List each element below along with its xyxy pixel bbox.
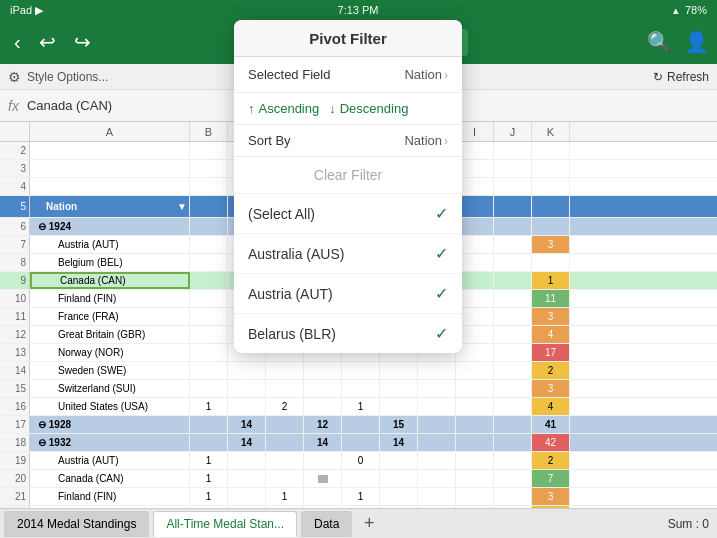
nation-cell[interactable]: Switzerland (SUI) [30, 380, 190, 397]
cell[interactable] [190, 236, 228, 253]
cell[interactable] [418, 452, 456, 469]
cell[interactable] [30, 178, 190, 195]
cell[interactable] [190, 362, 228, 379]
nation-cell[interactable]: Austria (AUT) [30, 452, 190, 469]
cell[interactable] [190, 218, 228, 235]
cell[interactable] [494, 380, 532, 397]
cell[interactable]: 17 [532, 344, 570, 361]
cell[interactable] [418, 434, 456, 451]
cell[interactable] [190, 290, 228, 307]
cell[interactable] [494, 470, 532, 487]
cell[interactable]: 1 [190, 470, 228, 487]
ascending-button[interactable]: ↑ Ascending [248, 101, 319, 116]
cell[interactable] [456, 416, 494, 433]
refresh-button[interactable]: ↻ Refresh [653, 70, 709, 84]
cell[interactable]: 0 [342, 452, 380, 469]
cell[interactable]: 7 [532, 470, 570, 487]
nation-cell[interactable]: France (FRA) [30, 308, 190, 325]
cell[interactable] [532, 196, 570, 217]
cell[interactable] [494, 290, 532, 307]
cell[interactable]: 3 [532, 236, 570, 253]
cell[interactable] [456, 380, 494, 397]
sheet-tab-data[interactable]: Data [301, 511, 352, 537]
cell[interactable] [380, 470, 418, 487]
cell[interactable] [266, 470, 304, 487]
cell[interactable] [532, 142, 570, 159]
cell[interactable] [190, 160, 228, 177]
cell[interactable]: 42 [532, 434, 570, 451]
cell[interactable] [190, 380, 228, 397]
cell[interactable]: 15 [380, 416, 418, 433]
cell[interactable] [266, 380, 304, 397]
cell[interactable]: 41 [532, 416, 570, 433]
cell[interactable]: 1 [266, 488, 304, 505]
cell[interactable]: 3 [532, 380, 570, 397]
cell[interactable] [342, 362, 380, 379]
cell[interactable]: 4 [532, 326, 570, 343]
cell[interactable] [190, 254, 228, 271]
cell[interactable] [228, 398, 266, 415]
cell[interactable] [494, 178, 532, 195]
nation-cell[interactable]: Norway (NOR) [30, 344, 190, 361]
cell[interactable] [494, 362, 532, 379]
style-options-label[interactable]: Style Options... [27, 70, 108, 84]
cell[interactable] [494, 452, 532, 469]
cell[interactable] [418, 470, 456, 487]
cell[interactable]: 14 [228, 434, 266, 451]
cell[interactable] [380, 488, 418, 505]
cell[interactable] [228, 470, 266, 487]
cell[interactable] [494, 254, 532, 271]
cell[interactable] [304, 398, 342, 415]
cell[interactable] [190, 308, 228, 325]
cell[interactable] [304, 452, 342, 469]
filter-item-select-all[interactable]: (Select All) ✓ [234, 194, 462, 234]
cell[interactable] [380, 362, 418, 379]
cell[interactable] [418, 398, 456, 415]
cell[interactable] [418, 416, 456, 433]
cell[interactable]: 1 [532, 272, 570, 289]
nation-cell[interactable]: Sweden (SWE) [30, 362, 190, 379]
cell[interactable] [418, 362, 456, 379]
selected-field-row[interactable]: Selected Field Nation › [234, 57, 462, 93]
cell[interactable] [456, 488, 494, 505]
cell[interactable] [266, 416, 304, 433]
filter-item-austria[interactable]: Austria (AUT) ✓ [234, 274, 462, 314]
cell[interactable] [456, 362, 494, 379]
cell[interactable] [494, 488, 532, 505]
cell[interactable]: 11 [532, 290, 570, 307]
nation-cell[interactable]: Canada (CAN) [30, 470, 190, 487]
cell[interactable]: 14 [304, 434, 342, 451]
cell[interactable] [494, 434, 532, 451]
cell[interactable] [342, 380, 380, 397]
clear-filter-button[interactable]: Clear Filter [234, 157, 462, 194]
cell[interactable] [532, 160, 570, 177]
cell[interactable] [190, 272, 228, 289]
cell[interactable] [532, 178, 570, 195]
cell[interactable]: 1 [190, 452, 228, 469]
cell[interactable] [228, 452, 266, 469]
cell[interactable] [494, 218, 532, 235]
cell[interactable] [494, 196, 532, 217]
cell[interactable] [190, 178, 228, 195]
cell[interactable] [266, 434, 304, 451]
sort-by-row[interactable]: Sort By Nation › [234, 125, 462, 157]
cell[interactable]: 1 [342, 488, 380, 505]
cell[interactable] [456, 434, 494, 451]
cell[interactable] [418, 380, 456, 397]
cell[interactable] [456, 398, 494, 415]
nation-cell[interactable]: Great Britain (GBR) [30, 326, 190, 343]
cell[interactable] [494, 272, 532, 289]
filter-item-australia[interactable]: Australia (AUS) ✓ [234, 234, 462, 274]
cell[interactable] [342, 434, 380, 451]
cell[interactable] [532, 218, 570, 235]
cell[interactable] [380, 380, 418, 397]
cell[interactable]: 2 [532, 452, 570, 469]
cell[interactable] [342, 470, 380, 487]
cell[interactable]: 1 [190, 398, 228, 415]
cell[interactable]: 14 [380, 434, 418, 451]
nation-header-cell[interactable]: Nation ▼ [30, 196, 190, 217]
cell[interactable] [266, 362, 304, 379]
redo-button[interactable]: ↪ [68, 26, 97, 58]
cell[interactable] [304, 488, 342, 505]
search-icon[interactable]: 🔍 [647, 30, 672, 54]
